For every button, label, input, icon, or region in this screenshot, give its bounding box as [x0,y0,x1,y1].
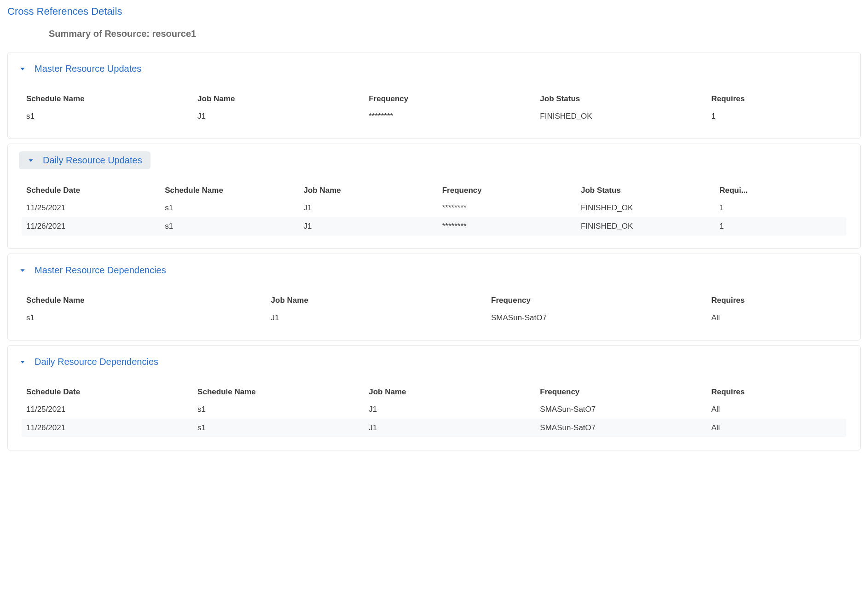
cell-requires: 1 [719,222,842,231]
cell-requires: 1 [719,203,842,213]
section-toggle-master-dependencies[interactable]: Master Resource Dependencies [19,261,174,279]
table-header-row: Schedule Date Schedule Name Job Name Fre… [22,384,846,400]
chevron-down-icon [27,157,35,164]
cell-job-name: J1 [303,203,442,213]
cell-requires: All [711,313,842,323]
col-frequency[interactable]: Frequency [442,186,581,195]
table-master-dependencies: Schedule Name Job Name Frequency Require… [22,292,846,327]
table-master-updates: Schedule Name Job Name Frequency Job Sta… [22,91,846,126]
cell-frequency: ******** [442,203,581,213]
col-requires[interactable]: Requires [711,94,842,104]
col-job-name[interactable]: Job Name [303,186,442,195]
section-title: Master Resource Updates [35,63,141,74]
cell-frequency: SMASun-SatO7 [540,405,711,414]
table-row[interactable]: s1 J1 ******** FINISHED_OK 1 [22,107,846,126]
section-toggle-master-updates[interactable]: Master Resource Updates [19,60,149,78]
col-requires[interactable]: Requires [711,387,842,397]
cell-requires: All [711,405,842,414]
section-title: Daily Resource Updates [43,155,142,166]
page-title: Cross References Details [7,6,861,17]
cell-schedule-name: s1 [26,112,197,121]
cell-frequency: SMASun-SatO7 [540,423,711,433]
cell-job-status: FINISHED_OK [581,222,719,231]
col-schedule-name[interactable]: Schedule Name [165,186,303,195]
col-requires[interactable]: Requi... [719,186,842,195]
col-schedule-date[interactable]: Schedule Date [26,387,197,397]
table-row[interactable]: s1 J1 SMASun-SatO7 All [22,309,846,327]
chevron-down-icon [19,267,26,274]
cell-frequency: ******** [442,222,581,231]
chevron-down-icon [19,65,26,73]
cell-job-name: J1 [303,222,442,231]
table-header-row: Schedule Date Schedule Name Job Name Fre… [22,182,846,199]
cell-schedule-name: s1 [26,313,271,323]
cell-schedule-date: 11/26/2021 [26,222,165,231]
col-frequency[interactable]: Frequency [540,387,711,397]
cell-frequency: ******** [369,112,540,121]
col-job-name[interactable]: Job Name [271,296,491,305]
panel-master-resource-dependencies: Master Resource Dependencies Schedule Na… [7,254,861,340]
cell-schedule-date: 11/25/2021 [26,203,165,213]
panel-daily-resource-dependencies: Daily Resource Dependencies Schedule Dat… [7,345,861,450]
resource-summary: Summary of Resource: resource1 [49,29,861,39]
section-title: Daily Resource Dependencies [35,357,158,367]
cell-requires: 1 [711,112,842,121]
col-schedule-date[interactable]: Schedule Date [26,186,165,195]
col-job-status[interactable]: Job Status [540,94,711,104]
section-title: Master Resource Dependencies [35,265,166,276]
cell-job-name: J1 [197,112,369,121]
cell-schedule-name: s1 [165,203,303,213]
section-toggle-daily-updates[interactable]: Daily Resource Updates [19,151,150,169]
cell-job-name: J1 [369,405,540,414]
col-schedule-name[interactable]: Schedule Name [26,296,271,305]
cell-job-status: FINISHED_OK [540,112,711,121]
cell-job-name: J1 [369,423,540,433]
panel-master-resource-updates: Master Resource Updates Schedule Name Jo… [7,52,861,139]
cell-schedule-name: s1 [165,222,303,231]
col-schedule-name[interactable]: Schedule Name [197,387,369,397]
table-header-row: Schedule Name Job Name Frequency Require… [22,292,846,309]
cell-job-status: FINISHED_OK [581,203,719,213]
col-schedule-name[interactable]: Schedule Name [26,94,197,104]
table-row[interactable]: 11/25/2021 s1 J1 SMASun-SatO7 All [22,400,846,419]
table-row[interactable]: 11/25/2021 s1 J1 ******** FINISHED_OK 1 [22,199,846,217]
cell-frequency: SMASun-SatO7 [491,313,711,323]
cell-schedule-date: 11/25/2021 [26,405,197,414]
col-frequency[interactable]: Frequency [369,94,540,104]
cell-job-name: J1 [271,313,491,323]
col-frequency[interactable]: Frequency [491,296,711,305]
col-job-name[interactable]: Job Name [197,94,369,104]
cell-schedule-name: s1 [197,405,369,414]
col-requires[interactable]: Requires [711,296,842,305]
cell-requires: All [711,423,842,433]
cell-schedule-date: 11/26/2021 [26,423,197,433]
section-toggle-daily-dependencies[interactable]: Daily Resource Dependencies [19,353,166,371]
table-daily-updates: Schedule Date Schedule Name Job Name Fre… [22,182,846,236]
table-row[interactable]: 11/26/2021 s1 J1 ******** FINISHED_OK 1 [22,217,846,236]
panel-daily-resource-updates: Daily Resource Updates Schedule Date Sch… [7,144,861,249]
table-header-row: Schedule Name Job Name Frequency Job Sta… [22,91,846,107]
table-daily-dependencies: Schedule Date Schedule Name Job Name Fre… [22,384,846,437]
col-job-status[interactable]: Job Status [581,186,719,195]
cell-schedule-name: s1 [197,423,369,433]
col-job-name[interactable]: Job Name [369,387,540,397]
chevron-down-icon [19,358,26,366]
table-row[interactable]: 11/26/2021 s1 J1 SMASun-SatO7 All [22,419,846,437]
